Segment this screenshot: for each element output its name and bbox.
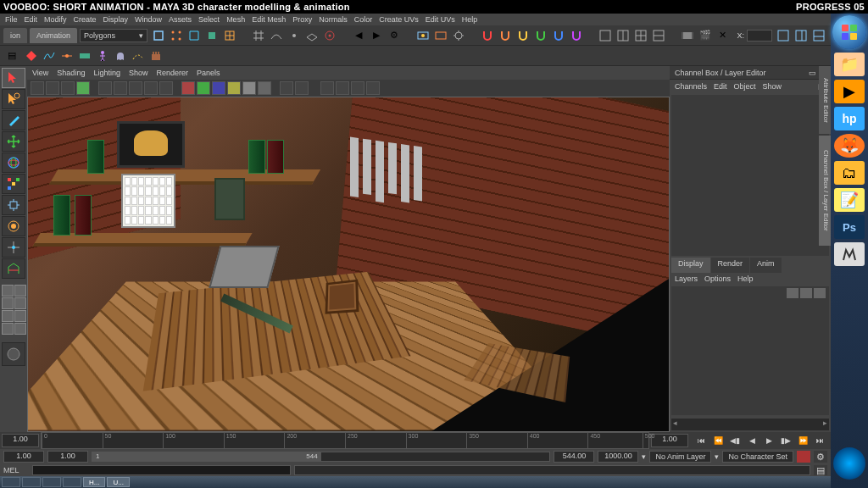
- film-icon[interactable]: [679, 27, 696, 44]
- cb-channels[interactable]: Channels: [675, 82, 707, 91]
- four-view[interactable]: [14, 285, 26, 297]
- three-top[interactable]: [2, 310, 14, 322]
- layer-up-icon[interactable]: [800, 288, 812, 298]
- perspective-viewport[interactable]: [27, 97, 670, 432]
- current-time-field[interactable]: 1.00: [651, 434, 688, 447]
- ipr-icon[interactable]: [432, 27, 449, 44]
- vp-shading[interactable]: Shading: [57, 69, 85, 77]
- layout4-icon[interactable]: [650, 27, 667, 44]
- snap-grid-icon[interactable]: [250, 27, 267, 44]
- vp-sphere-icon[interactable]: [336, 81, 349, 95]
- vtab-channel-box[interactable]: Channel Box / Layer Editor: [819, 136, 831, 246]
- tangent-icon[interactable]: [58, 47, 75, 64]
- vp-cube-icon[interactable]: [320, 81, 334, 95]
- range-in-field[interactable]: 1.00: [47, 451, 88, 463]
- folder-icon[interactable]: 📁: [834, 53, 865, 76]
- menu-file[interactable]: File: [5, 15, 18, 24]
- play-back-icon[interactable]: ◀: [744, 434, 760, 447]
- move-tool[interactable]: [2, 131, 25, 152]
- single-view[interactable]: [2, 285, 14, 297]
- persp-grid[interactable]: [2, 323, 14, 335]
- vp-safe-icon[interactable]: [129, 81, 142, 95]
- magnet5-icon[interactable]: [550, 27, 567, 44]
- outliner-view[interactable]: [14, 323, 26, 335]
- magnet4-icon[interactable]: [532, 27, 549, 44]
- menu-mesh[interactable]: Mesh: [226, 15, 245, 24]
- snap-live-icon[interactable]: [321, 27, 338, 44]
- menu-editmesh[interactable]: Edit Mesh: [252, 15, 286, 24]
- sticky-notes-icon[interactable]: 📝: [834, 188, 865, 212]
- anim-tab[interactable]: Animation: [30, 28, 77, 43]
- range-out-field[interactable]: 544.00: [554, 451, 594, 463]
- new-layer-icon[interactable]: [787, 288, 798, 298]
- sel-face-icon[interactable]: [203, 27, 220, 44]
- menu-select[interactable]: Select: [198, 15, 220, 24]
- media-player-icon[interactable]: ▶: [834, 80, 865, 103]
- keyframe-icon[interactable]: [23, 47, 40, 64]
- last-tool[interactable]: [2, 237, 25, 258]
- mode-tab[interactable]: ion: [3, 28, 27, 43]
- cb-show[interactable]: Show: [763, 82, 782, 91]
- minimize-icon[interactable]: ▭: [809, 69, 816, 77]
- vp-gate-icon[interactable]: [159, 81, 173, 95]
- select-tool[interactable]: [2, 68, 25, 88]
- vp-lighting[interactable]: Lighting: [93, 69, 120, 77]
- app-yellow-icon[interactable]: 🗂: [834, 161, 865, 185]
- photoshop-icon[interactable]: Ps: [834, 215, 865, 239]
- curve-icon[interactable]: [41, 47, 58, 64]
- panel-scrollbar[interactable]: ◂▸: [671, 419, 829, 430]
- snap-plane-icon[interactable]: [303, 27, 320, 44]
- hp-icon[interactable]: hp: [834, 107, 865, 130]
- prefs-icon[interactable]: ⚙: [814, 451, 827, 463]
- step-fwd-key-icon[interactable]: ⏩: [795, 434, 810, 447]
- range-thumb[interactable]: 1544: [92, 452, 321, 461]
- menu-modify[interactable]: Modify: [44, 15, 67, 24]
- path-icon[interactable]: [130, 47, 147, 64]
- render-frame-icon[interactable]: [415, 27, 431, 44]
- menu-edituvs[interactable]: Edit UVs: [426, 15, 455, 24]
- lasso-tool[interactable]: [2, 89, 25, 109]
- vp-image-icon[interactable]: [61, 81, 75, 95]
- orb-widget-icon[interactable]: [833, 447, 865, 480]
- menu-display[interactable]: Display: [103, 15, 129, 24]
- two-side[interactable]: [2, 297, 14, 309]
- layers-menu[interactable]: Layers: [675, 274, 698, 283]
- panel1-icon[interactable]: [775, 27, 792, 44]
- layout2-icon[interactable]: [615, 27, 632, 44]
- panel2-icon[interactable]: [793, 27, 810, 44]
- panel3-icon[interactable]: [810, 27, 827, 44]
- manip-tool[interactable]: [2, 195, 25, 215]
- vp-renderer[interactable]: Renderer: [156, 69, 188, 77]
- paint-tool[interactable]: [2, 110, 25, 130]
- vp-share-icon[interactable]: [366, 81, 380, 95]
- vp-film-icon[interactable]: [114, 81, 127, 95]
- step-back-key-icon[interactable]: ⏪: [710, 434, 726, 447]
- magnet2-icon[interactable]: [497, 27, 514, 44]
- taskbar-app-u[interactable]: U...: [107, 477, 129, 487]
- range-track[interactable]: 1544: [92, 452, 550, 462]
- taskbar-app-h[interactable]: H...: [83, 477, 105, 487]
- show-manip-tool[interactable]: [2, 258, 25, 279]
- vp-smooth-icon[interactable]: [197, 81, 210, 95]
- vp-cam-icon[interactable]: [31, 81, 44, 95]
- magnet3-icon[interactable]: [515, 27, 531, 44]
- sel-obj-icon[interactable]: [150, 27, 167, 44]
- vp-refresh-icon[interactable]: [351, 81, 364, 95]
- start-orb-icon[interactable]: [832, 15, 866, 49]
- tab-display[interactable]: Display: [671, 258, 710, 273]
- snap-curve-icon[interactable]: [268, 27, 285, 44]
- anim-layer-select[interactable]: No Anim Layer: [649, 451, 711, 463]
- menu-proxy[interactable]: Proxy: [292, 15, 312, 24]
- chevron-down-icon[interactable]: ▾: [642, 452, 646, 461]
- anim-end-field[interactable]: 1000.00: [598, 451, 638, 463]
- component-select[interactable]: Polygons▾: [80, 29, 147, 42]
- bake-icon[interactable]: [147, 47, 164, 64]
- menu-createuvs[interactable]: Create UVs: [379, 15, 419, 24]
- layout3-icon[interactable]: [632, 27, 649, 44]
- char-set-select[interactable]: No Character Set: [722, 451, 793, 463]
- time-start-field[interactable]: 1.00: [2, 434, 39, 447]
- layout1-icon[interactable]: [597, 27, 614, 44]
- two-stack[interactable]: [14, 297, 26, 309]
- options-menu[interactable]: Options: [704, 274, 731, 283]
- vp-panels[interactable]: Panels: [197, 69, 220, 77]
